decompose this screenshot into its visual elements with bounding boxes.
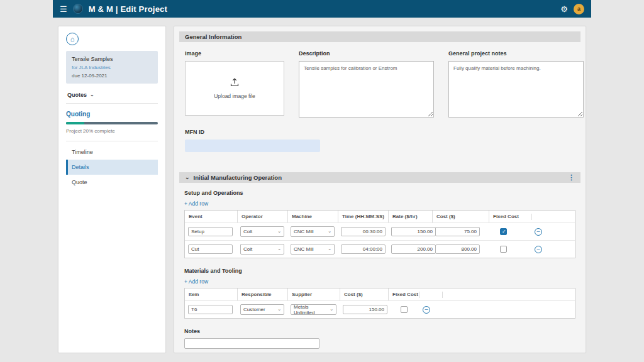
supplier-select[interactable]: Metals Unlimited⌄ <box>291 304 336 315</box>
remove-row-button[interactable]: – <box>535 246 542 253</box>
image-field: Image Upload image file <box>185 50 284 120</box>
chevron-down-icon: ⌄ <box>328 248 331 250</box>
machine-select[interactable]: CNC Mill⌄ <box>291 244 335 255</box>
notes-label: Notes <box>184 328 575 334</box>
home-icon: ⌂ <box>70 35 75 43</box>
remove-row-button[interactable]: – <box>535 228 542 236</box>
operator-value: Colt <box>243 229 252 234</box>
time-input[interactable] <box>341 227 386 236</box>
quotes-label: Quotes <box>67 92 87 98</box>
col-rate: Rate ($/hr) <box>388 211 432 222</box>
rate-input[interactable] <box>391 244 436 254</box>
quotes-toggle[interactable]: Quotes ⌄ <box>66 86 158 103</box>
setup-operations-title: Setup and Operations <box>184 190 575 196</box>
col-operator: Operator <box>237 211 287 222</box>
operator-value: Colt <box>243 246 252 252</box>
col-responsible: Responsible <box>237 288 287 300</box>
manufacturing-operation-body: Setup and Operations + Add row Event Ope… <box>179 183 580 353</box>
general-information-header: General Information <box>179 31 580 42</box>
gear-icon[interactable]: ⚙ <box>560 5 568 13</box>
description-textarea[interactable]: Tensile samples for calibration or Enstr… <box>299 61 434 118</box>
operations-table-header: Event Operator Machine Time (HH:MM:SS) R… <box>185 211 575 222</box>
sidebar-divider <box>66 103 158 104</box>
image-upload-dropzone[interactable]: Upload image file <box>185 61 284 116</box>
col-time: Time (HH:MM:SS) <box>338 211 388 222</box>
chevron-down-icon: ⌄ <box>185 176 190 179</box>
col-spacer <box>442 292 575 298</box>
project-progress-text: Project 20% complete <box>66 128 158 134</box>
top-bar: ☰ M & M | Edit Project ⚙ a <box>53 0 591 18</box>
col-fixed-cost: Fixed Cost <box>489 211 531 222</box>
project-progress-fill <box>66 122 84 124</box>
materials-table: Item Responsible Supplier Cost ($) Fixed… <box>184 288 575 319</box>
general-notes-textarea[interactable]: Fully qualify material before machining. <box>448 61 584 118</box>
col-actions <box>531 214 554 220</box>
cost-input[interactable] <box>343 305 387 314</box>
operator-select[interactable]: Colt⌄ <box>240 244 284 255</box>
fixed-cost-checkbox[interactable] <box>500 228 507 235</box>
image-label: Image <box>185 50 284 57</box>
rate-input[interactable] <box>391 227 436 236</box>
event-input[interactable] <box>188 227 233 236</box>
page-title: M & M | Edit Project <box>89 4 167 14</box>
event-input[interactable] <box>188 244 233 254</box>
general-information-title: General Information <box>185 33 242 40</box>
fixed-cost-checkbox[interactable] <box>401 306 408 313</box>
notes-input[interactable] <box>184 338 319 349</box>
content-area: ⌂ Tensile Samples for JLA Industries due… <box>53 18 591 362</box>
fixed-cost-checkbox[interactable] <box>500 246 507 253</box>
machine-value: CNC Mill <box>294 229 314 234</box>
general-information-section: General Information Image <box>179 31 580 162</box>
main-panel: General Information Image <box>174 26 586 353</box>
home-button[interactable]: ⌂ <box>66 33 79 45</box>
materials-tooling-title: Materials and Tooling <box>184 268 575 274</box>
hamburger-menu-icon[interactable]: ☰ <box>60 5 67 13</box>
cost-input[interactable] <box>435 244 480 254</box>
chevron-down-icon: ⌄ <box>328 230 331 233</box>
operations-table: Event Operator Machine Time (HH:MM:SS) R… <box>184 210 575 258</box>
cost-input[interactable] <box>435 227 480 236</box>
responsible-select[interactable]: Customer⌄ <box>240 304 284 315</box>
general-notes-field: General project notes Fully qualify mate… <box>448 50 584 120</box>
col-cost: Cost ($) <box>340 288 388 300</box>
project-client[interactable]: for JLA Industries <box>72 65 152 70</box>
sidebar-nav: Timeline Details Quote <box>66 141 158 190</box>
general-fields-row: Image Upload image file <box>185 50 575 120</box>
upload-label: Upload image file <box>214 93 255 99</box>
project-due-date: due 12-09-2021 <box>72 73 152 79</box>
minus-icon: – <box>536 246 540 252</box>
manufacturing-operation-title: Initial Manufacturing Operation <box>194 174 282 181</box>
kebab-menu-icon[interactable]: ⋮ <box>568 173 575 182</box>
sidebar-item-timeline[interactable]: Timeline <box>66 145 158 160</box>
machine-value: CNC Mill <box>294 246 314 252</box>
manufacturing-operation-section: ⌄ Initial Manufacturing Operation ⋮ Setu… <box>179 172 580 353</box>
operator-select[interactable]: Colt⌄ <box>240 226 284 237</box>
add-operation-row-button[interactable]: + Add row <box>184 200 208 207</box>
chevron-down-icon: ⌄ <box>90 94 94 96</box>
chevron-down-icon: ⌄ <box>330 308 333 310</box>
add-material-row-button[interactable]: + Add row <box>184 278 208 285</box>
notes-field: Notes <box>184 328 575 349</box>
materials-table-header: Item Responsible Supplier Cost ($) Fixed… <box>185 288 575 300</box>
mfn-label: MFN ID <box>185 129 575 135</box>
app-container: ☰ M & M | Edit Project ⚙ a ⌂ Tensile Sam… <box>53 0 591 362</box>
project-summary-box: Tensile Samples for JLA Industries due 1… <box>66 51 158 84</box>
col-supplier: Supplier <box>287 288 340 300</box>
mfn-field: MFN ID <box>185 129 575 152</box>
item-input[interactable] <box>188 305 233 314</box>
project-progress-bar <box>66 122 158 124</box>
chevron-down-icon: ⌄ <box>277 248 281 250</box>
user-avatar[interactable]: a <box>574 4 584 14</box>
general-notes-label: General project notes <box>448 50 584 57</box>
sidebar-item-details[interactable]: Details <box>66 160 158 175</box>
col-item: Item <box>185 288 237 300</box>
quoting-section-title: Quoting <box>66 111 158 118</box>
sidebar-item-quote[interactable]: Quote <box>66 175 158 190</box>
description-field: Description Tensile samples for calibrat… <box>299 50 434 120</box>
minus-icon: – <box>536 229 540 234</box>
mfn-id-input[interactable] <box>185 140 320 152</box>
remove-row-button[interactable]: – <box>423 306 430 314</box>
manufacturing-operation-header[interactable]: ⌄ Initial Manufacturing Operation ⋮ <box>179 172 580 183</box>
time-input[interactable] <box>341 244 386 254</box>
machine-select[interactable]: CNC Mill⌄ <box>291 226 335 237</box>
